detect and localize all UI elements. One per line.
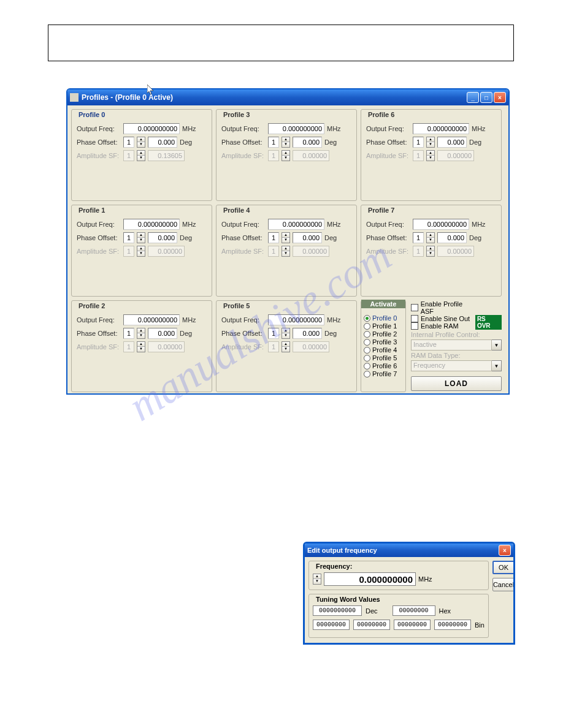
ipc-combo[interactable]: Inactive▼ xyxy=(411,339,502,351)
phase-spin-up[interactable]: ▲ xyxy=(282,328,289,333)
phase-spin-down[interactable]: ▼ xyxy=(282,333,289,338)
phase-spin-up[interactable]: ▲ xyxy=(427,233,434,238)
phase-n-input[interactable] xyxy=(123,137,134,148)
phase-n-input[interactable] xyxy=(268,137,279,148)
minimize-button[interactable]: _ xyxy=(467,92,479,103)
phase-spinner[interactable]: ▲▼ xyxy=(137,137,145,148)
chevron-down-icon[interactable]: ▼ xyxy=(492,360,502,371)
twv-bin-input-2[interactable] xyxy=(394,620,431,630)
phase-input[interactable] xyxy=(293,232,322,243)
phase-spin-down[interactable]: ▼ xyxy=(137,238,145,243)
output-freq-input[interactable] xyxy=(268,123,324,134)
profile-legend: Profile 3 xyxy=(221,111,251,118)
phase-input[interactable] xyxy=(148,328,177,339)
ok-button[interactable]: OK xyxy=(492,561,515,574)
activate-option-2[interactable]: Profile 2 xyxy=(364,330,403,338)
phase-n-input[interactable] xyxy=(268,232,279,243)
phase-spin-up[interactable]: ▲ xyxy=(137,328,145,333)
phase-n-input[interactable] xyxy=(123,328,134,339)
freq-unit: MHz xyxy=(472,221,488,228)
controls-area: ActivateProfile 0Profile 1Profile 2Profi… xyxy=(361,300,502,392)
phase-spinner[interactable]: ▲▼ xyxy=(426,232,435,243)
activate-option-3[interactable]: Profile 3 xyxy=(364,338,403,346)
output-freq-input[interactable] xyxy=(268,219,324,230)
load-button[interactable]: LOAD xyxy=(411,376,502,391)
freq-spin-down[interactable]: ▼ xyxy=(313,579,321,584)
phase-spin-down[interactable]: ▼ xyxy=(427,238,434,243)
freq-spin-up[interactable]: ▲ xyxy=(313,574,321,579)
phase-spin-down[interactable]: ▼ xyxy=(427,142,434,147)
phase-spin-up[interactable]: ▲ xyxy=(137,233,145,238)
frequency-input[interactable] xyxy=(324,572,416,586)
activate-header: Activate xyxy=(361,300,405,308)
phase-unit: Deg xyxy=(324,138,340,146)
phase-spinner[interactable]: ▲▼ xyxy=(137,328,145,339)
phase-n-input[interactable] xyxy=(413,137,424,148)
maximize-button[interactable]: □ xyxy=(480,92,492,103)
phase-spin-down[interactable]: ▼ xyxy=(137,333,145,338)
phase-input[interactable] xyxy=(293,328,322,339)
ipc-combo-value: Inactive xyxy=(411,339,492,351)
output-freq-input[interactable] xyxy=(413,219,469,230)
twv-hex-input[interactable] xyxy=(393,605,435,616)
profiles-window: Profiles - (Profile 0 Active) _ □ × Prof… xyxy=(66,88,510,395)
page-frame xyxy=(48,25,514,61)
close-button[interactable]: × xyxy=(494,92,506,103)
frequency-spinner[interactable]: ▲ ▼ xyxy=(313,574,321,585)
phase-spinner[interactable]: ▲▼ xyxy=(282,232,290,243)
ram-combo[interactable]: Frequency▼ xyxy=(411,360,502,371)
phase-input[interactable] xyxy=(293,137,322,148)
phase-spin-down[interactable]: ▼ xyxy=(282,238,289,243)
output-freq-input[interactable] xyxy=(123,219,180,230)
twv-bin-input-1[interactable] xyxy=(353,620,390,630)
profile-group-2: Profile 2Output Freq:MHzPhase Offset:▲▼D… xyxy=(71,300,212,392)
profile-group-7: Profile 7Output Freq:MHzPhase Offset:▲▼D… xyxy=(361,205,502,297)
phase-spin-up[interactable]: ▲ xyxy=(282,137,289,142)
activate-option-6[interactable]: Profile 6 xyxy=(364,362,403,370)
enable-profile-asf-checkbox[interactable]: Enable Profile ASF xyxy=(411,300,475,315)
activate-option-7[interactable]: Profile 7 xyxy=(364,370,403,377)
phase-input[interactable] xyxy=(148,137,177,148)
phase-spinner[interactable]: ▲▼ xyxy=(282,328,290,339)
output-freq-input[interactable] xyxy=(123,314,180,325)
phase-spinner[interactable]: ▲▼ xyxy=(426,137,435,148)
output-freq-input[interactable] xyxy=(413,123,469,134)
phase-input[interactable] xyxy=(148,232,177,243)
twv-dec-input[interactable] xyxy=(313,605,362,616)
edit-titlebar[interactable]: Edit output frequency × xyxy=(305,544,513,557)
twv-bin-input-0[interactable] xyxy=(313,620,350,630)
output-freq-label: Output Freq: xyxy=(77,316,121,324)
edit-close-button[interactable]: × xyxy=(499,545,511,556)
twv-bin-input-3[interactable] xyxy=(434,620,471,630)
phase-spin-down[interactable]: ▼ xyxy=(282,142,289,147)
output-freq-input[interactable] xyxy=(268,314,324,325)
cancel-button[interactable]: Cancel xyxy=(492,578,515,591)
phase-n-input[interactable] xyxy=(123,232,134,243)
enable-ram-checkbox[interactable]: Enable RAM xyxy=(411,322,475,330)
activate-option-1[interactable]: Profile 1 xyxy=(364,322,403,330)
phase-spinner[interactable]: ▲▼ xyxy=(137,232,145,243)
radio-icon xyxy=(364,355,370,362)
profile-legend: Profile 5 xyxy=(221,302,251,309)
chevron-down-icon[interactable]: ▼ xyxy=(492,339,502,351)
output-freq-input[interactable] xyxy=(123,123,180,134)
phase-spinner[interactable]: ▲▼ xyxy=(282,137,290,148)
profile-legend: Profile 4 xyxy=(221,207,251,214)
ipc-label: Internal Profile Control: xyxy=(411,331,502,338)
phase-n-input[interactable] xyxy=(413,232,424,243)
activate-option-5[interactable]: Profile 5 xyxy=(364,354,403,362)
titlebar[interactable]: Profiles - (Profile 0 Active) _ □ × xyxy=(67,89,508,105)
phase-spin-up[interactable]: ▲ xyxy=(137,137,145,142)
output-freq-label: Output Freq: xyxy=(221,125,266,132)
edit-window-title: Edit output frequency xyxy=(307,547,499,554)
phase-spin-up[interactable]: ▲ xyxy=(282,233,289,238)
phase-input[interactable] xyxy=(437,137,467,148)
activate-option-4[interactable]: Profile 4 xyxy=(364,346,403,354)
phase-spin-up[interactable]: ▲ xyxy=(427,137,434,142)
enable-sine-out-checkbox[interactable]: Enable Sine Out xyxy=(411,315,475,322)
phase-n-input[interactable] xyxy=(268,328,279,339)
activate-option-label: Profile 5 xyxy=(372,354,397,362)
phase-input[interactable] xyxy=(437,232,467,243)
phase-spin-down[interactable]: ▼ xyxy=(137,142,145,147)
activate-option-0[interactable]: Profile 0 xyxy=(364,314,403,322)
